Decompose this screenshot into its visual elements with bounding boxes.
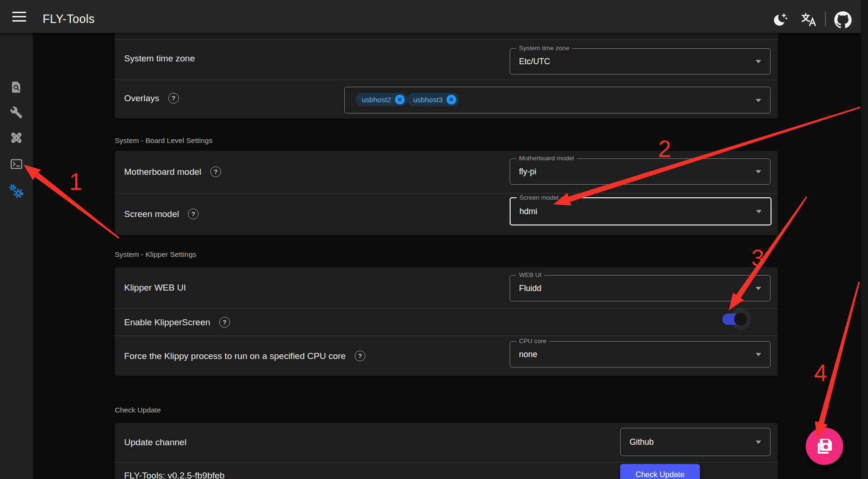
sidebar-item-log-search[interactable]: [0, 76, 33, 98]
timezone-select-value: Etc/UTC: [519, 57, 550, 67]
row-divider: [115, 336, 778, 336]
moon-icon: [772, 11, 788, 28]
patch-icon: [9, 131, 23, 145]
chip-close-icon[interactable]: ×: [446, 95, 456, 105]
annotation-step-1: 1: [69, 168, 82, 195]
webui-select-label: WEB UI: [516, 271, 544, 278]
annotation-arrow-1: [35, 172, 119, 239]
dropdown-arrow-icon: [756, 170, 761, 173]
cpucore-select[interactable]: CPU core none: [510, 341, 771, 367]
help-icon[interactable]: ?: [355, 351, 365, 361]
section-header-board: System - Board Level Settings: [115, 136, 213, 145]
app-title: FLY-Tools: [43, 12, 95, 26]
dropdown-arrow-icon: [756, 441, 761, 444]
github-button[interactable]: [834, 11, 852, 29]
row-label-klipperscreen: Enable KlipperScreen ?: [124, 317, 230, 328]
terminal-icon: [9, 157, 23, 171]
menu-icon: [12, 12, 26, 13]
timezone-select[interactable]: System time zone Etc/UTC: [510, 48, 771, 75]
sidebar-item-tools[interactable]: [0, 101, 33, 124]
row-label-channel: Update channel: [124, 437, 186, 448]
screen-select-value: hdmi: [519, 207, 537, 217]
toolbar-divider: [825, 11, 826, 26]
help-icon[interactable]: ?: [168, 93, 179, 104]
row-label-webui: Klipper WEB UI: [124, 283, 186, 293]
settings-card-board: Motherboard model ? Motherboard model fl…: [115, 151, 778, 235]
dropdown-arrow-icon: [756, 99, 761, 102]
translate-icon: [800, 12, 816, 28]
sidebar-item-terminal[interactable]: [0, 153, 33, 175]
settings-card-klipper: Klipper WEB UI WEB UI Fluidd Enable Klip…: [115, 267, 778, 376]
file-search-icon: [10, 81, 23, 94]
row-divider: [115, 39, 778, 40]
section-header-klipper: System - Klipper Settings: [115, 250, 196, 259]
row-label-overlays: Overlays ?: [124, 93, 179, 104]
dropdown-arrow-icon: [756, 287, 761, 290]
webui-select[interactable]: WEB UI Fluidd: [510, 275, 771, 301]
annotation-arrow-4: [819, 282, 860, 424]
row-divider: [115, 308, 778, 309]
cpucore-select-value: none: [519, 350, 537, 359]
cpucore-select-label: CPU core: [516, 337, 549, 344]
sidebar: [0, 33, 33, 479]
dropdown-arrow-icon: [756, 60, 761, 63]
gears-icon: [8, 183, 25, 200]
chip-usbhost3[interactable]: usbhost3 ×: [407, 93, 459, 106]
settings-card-system: System time zone System time zone Etc/UT…: [115, 33, 778, 119]
sidebar-item-patches[interactable]: [0, 127, 33, 149]
section-header-update: Check Update: [115, 406, 161, 414]
sidebar-item-settings[interactable]: [0, 180, 33, 202]
row-label-screen: Screen model ?: [124, 209, 199, 219]
channel-select-value: Github: [630, 437, 654, 447]
version-text: FLY-Tools: v0.2.5-fb9bfeb: [124, 471, 224, 479]
help-icon[interactable]: ?: [219, 317, 230, 328]
dark-mode-button[interactable]: [771, 11, 789, 29]
row-divider: [115, 80, 778, 80]
chip-usbhost2[interactable]: usbhost2 ×: [356, 93, 408, 106]
klipperscreen-switch-thumb[interactable]: [734, 313, 747, 326]
row-label-motherboard: Motherboard model ?: [124, 166, 221, 177]
channel-select[interactable]: Github: [620, 428, 771, 456]
row-label-timezone: System time zone: [124, 53, 195, 64]
overlays-select[interactable]: usbhost2 × usbhost3 ×: [344, 87, 771, 113]
motherboard-select-label: Motherboard model: [516, 155, 577, 162]
screen-select-label: Screen model: [517, 194, 561, 201]
dropdown-arrow-icon: [756, 353, 761, 356]
settings-card-update: Update channel Github FLY-Tools: v0.2.5-…: [115, 423, 778, 479]
save-all-icon: [815, 436, 834, 456]
webui-select-value: Fluidd: [519, 284, 542, 293]
annotation-step-4: 4: [814, 359, 827, 387]
motherboard-select[interactable]: Motherboard model fly-pi: [510, 158, 771, 185]
dropdown-arrow-icon: [756, 210, 762, 213]
row-label-cpucore: Force the Klippy process to run on a spe…: [124, 351, 365, 361]
check-update-button[interactable]: Check Update: [620, 464, 700, 479]
help-icon[interactable]: ?: [188, 209, 199, 219]
wrench-icon: [10, 106, 23, 119]
motherboard-select-value: fly-pi: [519, 167, 536, 177]
app-bar: FLY-Tools: [0, 0, 861, 33]
save-fab[interactable]: [806, 427, 843, 465]
row-divider: [115, 193, 778, 194]
row-divider: [115, 462, 778, 463]
scrollbar[interactable]: [861, 0, 868, 479]
translate-button[interactable]: [799, 11, 817, 29]
screen-select[interactable]: Screen model hdmi: [510, 197, 772, 225]
menu-button[interactable]: [12, 12, 26, 22]
help-icon[interactable]: ?: [210, 166, 221, 177]
github-icon: [834, 11, 852, 29]
chip-close-icon[interactable]: ×: [395, 95, 405, 105]
timezone-select-label: System time zone: [516, 45, 572, 52]
